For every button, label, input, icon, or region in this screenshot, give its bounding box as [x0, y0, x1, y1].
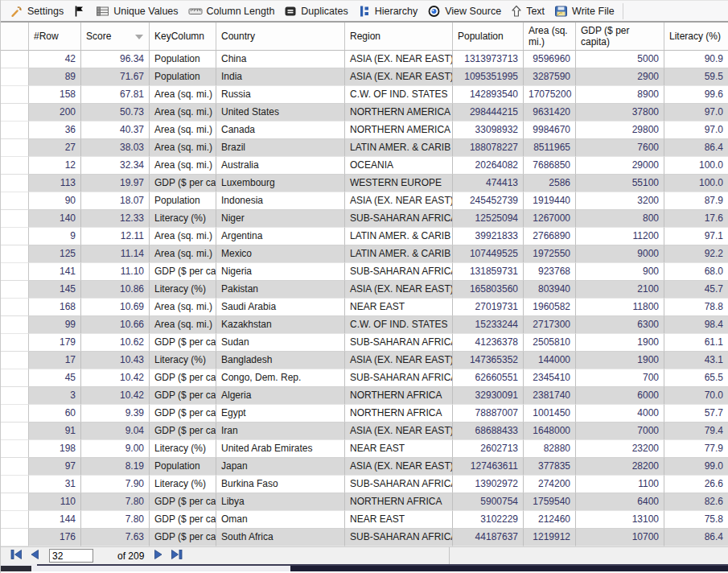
- cell-row[interactable]: 140: [29, 210, 81, 228]
- cell-population[interactable]: 33098932: [453, 122, 524, 139]
- cell-country[interactable]: Australia: [216, 157, 345, 175]
- cell-population[interactable]: 107449525: [453, 245, 524, 263]
- cell-row[interactable]: 89: [29, 68, 81, 86]
- cell-literacy[interactable]: 75.8: [664, 511, 728, 529]
- cell-keycolumn[interactable]: Area (sq. mi.): [150, 299, 216, 316]
- cell-country[interactable]: Mexico: [216, 245, 345, 263]
- cell-row[interactable]: 168: [29, 299, 81, 316]
- cell-literacy[interactable]: 78.8: [664, 299, 728, 316]
- cell-score[interactable]: 11.10: [81, 263, 150, 281]
- cell-population[interactable]: 127463611: [453, 458, 524, 476]
- cell-gdp[interactable]: 7000: [576, 423, 664, 440]
- cell-population[interactable]: 39921833: [453, 228, 524, 245]
- cell-region[interactable]: ASIA (EX. NEAR EAST): [345, 458, 453, 476]
- cell-gdp[interactable]: 23200: [576, 440, 664, 458]
- cell-score[interactable]: 10.66: [81, 316, 150, 334]
- cell-keycolumn[interactable]: GDP ($ per capita): [150, 511, 216, 529]
- cell-country[interactable]: Kazakhstan: [216, 316, 345, 334]
- cell-literacy[interactable]: 87.9: [664, 192, 728, 210]
- cell-row[interactable]: 145: [29, 281, 81, 299]
- cell-keycolumn[interactable]: GDP ($ per capita): [150, 263, 216, 281]
- row-gutter[interactable]: [1, 245, 29, 263]
- cell-region[interactable]: SUB-SAHARAN AFRICA: [345, 210, 453, 228]
- cell-row[interactable]: 99: [29, 316, 81, 334]
- cell-score[interactable]: 10.62: [81, 334, 150, 352]
- cell-population[interactable]: 44187637: [453, 529, 524, 546]
- cell-country[interactable]: Nigeria: [216, 263, 345, 281]
- cell-country[interactable]: Niger: [216, 210, 345, 228]
- cell-region[interactable]: NORTHERN AFRICA: [345, 405, 453, 423]
- column-header-gdp[interactable]: GDP ($ per capita): [576, 23, 664, 51]
- cell-country[interactable]: Bangladesh: [216, 352, 345, 369]
- row-gutter[interactable]: [1, 493, 29, 511]
- cell-literacy[interactable]: 68.0: [664, 263, 728, 281]
- cell-literacy[interactable]: 79.4: [664, 423, 728, 440]
- row-gutter[interactable]: [1, 263, 29, 281]
- cell-keycolumn[interactable]: GDP ($ per capita): [150, 387, 216, 405]
- cell-row[interactable]: 110: [29, 493, 81, 511]
- cell-country[interactable]: Japan: [216, 458, 345, 476]
- cell-row[interactable]: 198: [29, 440, 81, 458]
- cell-region[interactable]: LATIN AMER. & CARIB: [345, 245, 453, 263]
- cell-region[interactable]: SUB-SAHARAN AFRICA: [345, 369, 453, 387]
- cell-gdp[interactable]: 2100: [576, 281, 664, 299]
- row-gutter[interactable]: [1, 175, 29, 192]
- cell-keycolumn[interactable]: GDP ($ per capita): [150, 423, 216, 440]
- cell-region[interactable]: NEAR EAST: [345, 511, 453, 529]
- cell-region[interactable]: SUB-SAHARAN AFRICA: [345, 334, 453, 352]
- column-header-literacy[interactable]: Literacy (%): [664, 23, 728, 51]
- cell-row[interactable]: 144: [29, 511, 81, 529]
- cell-area[interactable]: 2505810: [524, 334, 576, 352]
- cell-literacy[interactable]: 77.9: [664, 440, 728, 458]
- cell-area[interactable]: 1919440: [524, 192, 576, 210]
- row-gutter[interactable]: [1, 281, 29, 299]
- row-gutter[interactable]: [1, 68, 29, 86]
- flag-button[interactable]: [68, 2, 91, 20]
- cell-keycolumn[interactable]: Literacy (%): [150, 281, 216, 299]
- cell-keycolumn[interactable]: Area (sq. mi.): [150, 139, 216, 157]
- cell-keycolumn[interactable]: Population: [150, 458, 216, 476]
- cell-row[interactable]: 97: [29, 458, 81, 476]
- cell-area[interactable]: 2766890: [524, 228, 576, 245]
- cell-score[interactable]: 10.42: [81, 369, 150, 387]
- first-page-button[interactable]: [7, 550, 26, 562]
- cell-score[interactable]: 10.69: [81, 299, 150, 316]
- cell-literacy[interactable]: 99.6: [664, 86, 728, 104]
- cell-gdp[interactable]: 55100: [576, 175, 664, 192]
- cell-area[interactable]: 1648000: [524, 423, 576, 440]
- cell-literacy[interactable]: 100.0: [664, 175, 728, 192]
- cell-area[interactable]: 923768: [524, 263, 576, 281]
- cell-population[interactable]: 2602713: [453, 440, 524, 458]
- cell-region[interactable]: OCEANIA: [345, 157, 453, 175]
- cell-literacy[interactable]: 26.6: [664, 476, 728, 493]
- cell-literacy[interactable]: 86.4: [664, 139, 728, 157]
- row-gutter[interactable]: [1, 352, 29, 369]
- cell-population[interactable]: 20264082: [453, 157, 524, 175]
- cell-population[interactable]: 165803560: [453, 281, 524, 299]
- cell-keycolumn[interactable]: GDP ($ per capita): [150, 175, 216, 192]
- cell-area[interactable]: 7686850: [524, 157, 576, 175]
- row-gutter[interactable]: [1, 86, 29, 104]
- cell-population[interactable]: 32930091: [453, 387, 524, 405]
- cell-country[interactable]: Luxembourg: [216, 175, 345, 192]
- cell-keycolumn[interactable]: Area (sq. mi.): [150, 86, 216, 104]
- write-file-button[interactable]: Write File: [549, 2, 619, 20]
- cell-score[interactable]: 12.11: [81, 228, 150, 245]
- cell-score[interactable]: 7.80: [81, 493, 150, 511]
- cell-population[interactable]: 68688433: [453, 423, 524, 440]
- cell-score[interactable]: 10.42: [81, 387, 150, 405]
- row-gutter[interactable]: [1, 369, 29, 387]
- duplicates-button[interactable]: Duplicates: [279, 2, 352, 20]
- cell-country[interactable]: Sudan: [216, 334, 345, 352]
- cell-country[interactable]: India: [216, 68, 345, 86]
- cell-literacy[interactable]: 70.0: [664, 387, 728, 405]
- cell-population[interactable]: 147365352: [453, 352, 524, 369]
- cell-keycolumn[interactable]: Population: [150, 51, 216, 68]
- cell-row[interactable]: 31: [29, 476, 81, 493]
- cell-region[interactable]: C.W. OF IND. STATES: [345, 86, 453, 104]
- cell-gdp[interactable]: 10700: [576, 529, 664, 546]
- cell-country[interactable]: Saudi Arabia: [216, 299, 345, 316]
- cell-population[interactable]: 142893540: [453, 86, 524, 104]
- cell-region[interactable]: SUB-SAHARAN AFRICA: [345, 529, 453, 546]
- cell-region[interactable]: SUB-SAHARAN AFRICA: [345, 263, 453, 281]
